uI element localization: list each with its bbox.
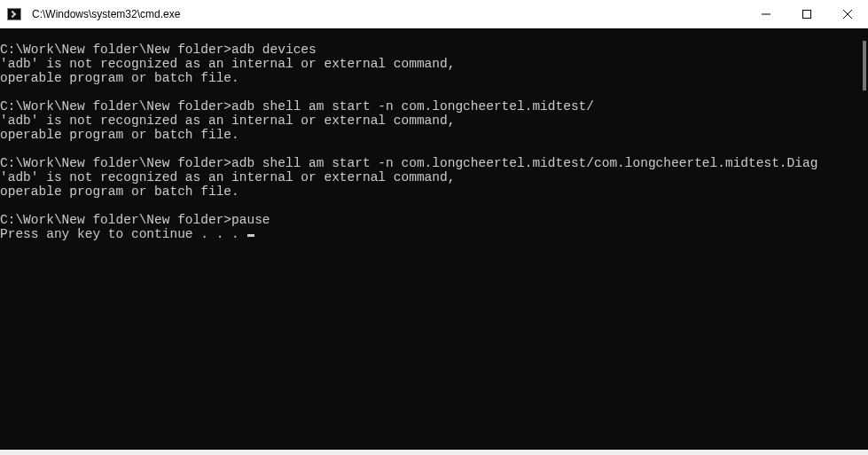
terminal-line: C:\Work\New folder\New folder>adb device… [0,43,861,57]
cmd-icon [7,8,21,20]
terminal-line: C:\Work\New folder\New folder>adb shell … [0,156,861,170]
app-icon-slot [0,0,28,28]
terminal-line: operable program or batch file. [0,128,861,142]
terminal-output: C:\Work\New folder\New folder>adb device… [0,28,861,443]
terminal-line [0,85,861,99]
cursor [247,234,254,237]
svg-rect-0 [803,11,811,19]
scrollbar-thumb[interactable] [863,41,866,90]
terminal-line [0,28,861,43]
window-controls [746,0,868,28]
window-title: C:\Windows\system32\cmd.exe [32,8,180,20]
terminal-line: operable program or batch file. [0,71,861,85]
scrollbar[interactable] [861,28,868,450]
terminal-line: C:\Work\New folder\New folder>pause [0,213,861,227]
titlebar[interactable]: C:\Windows\system32\cmd.exe [0,0,868,28]
maximize-icon [802,10,811,19]
terminal-line: 'adb' is not recognized as an internal o… [0,114,861,128]
cmd-window: C:\Windows\system32\cmd.exe C:\Work\New … [0,0,868,455]
terminal-line [0,199,861,213]
minimize-icon [762,10,770,19]
terminal-line [0,142,861,156]
terminal-area[interactable]: C:\Work\New folder\New folder>adb device… [0,28,868,450]
terminal-line: operable program or batch file. [0,184,861,199]
maximize-button[interactable] [786,0,827,28]
close-icon [843,10,852,19]
close-button[interactable] [827,0,868,28]
window-resize-border[interactable] [0,450,868,455]
terminal-line: 'adb' is not recognized as an internal o… [0,57,861,71]
terminal-line: Press any key to continue . . . [0,227,861,241]
terminal-line: 'adb' is not recognized as an internal o… [0,170,861,184]
minimize-button[interactable] [746,0,786,28]
terminal-line: C:\Work\New folder\New folder>adb shell … [0,99,861,114]
